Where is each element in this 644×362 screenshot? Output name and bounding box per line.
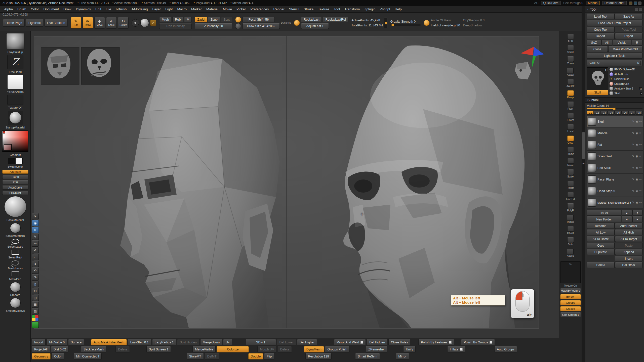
polypaint-icon[interactable]: [632, 178, 634, 181]
menu-item[interactable]: Texture: [316, 7, 331, 12]
view-toggle-button[interactable]: Qxyz: [567, 135, 574, 146]
select-rect-icon[interactable]: [12, 250, 19, 255]
menu-item[interactable]: Color: [29, 7, 41, 12]
move-mode-button[interactable]: ✚ Move: [94, 17, 105, 29]
view-tab[interactable]: V8: [636, 111, 642, 115]
mask-pen-icon[interactable]: [12, 271, 19, 276]
quick-tool-icon[interactable]: ▱: [32, 254, 39, 260]
quick-tool-icon[interactable]: ↷: [32, 274, 39, 281]
eye-icon[interactable]: [636, 131, 638, 135]
edit-icon[interactable]: [639, 166, 642, 169]
tray-button[interactable]: Uv: [223, 339, 232, 345]
tray-button[interactable]: Groups Polish: [325, 346, 350, 352]
replay-icon[interactable]: [294, 20, 300, 26]
subtool-thumbnail[interactable]: [588, 199, 596, 207]
edit-icon[interactable]: [639, 155, 642, 158]
menu-item[interactable]: Material: [204, 7, 221, 12]
view-toggle-button[interactable]: L.Sym: [567, 113, 574, 123]
quick-tool-icon[interactable]: ✎: [32, 234, 39, 240]
eye-icon[interactable]: [636, 178, 638, 181]
tray-button[interactable]: ProjectAll: [32, 346, 50, 352]
tray-button[interactable]: LazyRadius 1: [152, 339, 176, 345]
seethrough-label[interactable]: See-through 0: [563, 1, 583, 5]
active-tool-thumbnail[interactable]: 8 Skull: [587, 67, 608, 95]
tray-button[interactable]: Color: [52, 353, 64, 359]
view-toggle-button[interactable]: Floor: [567, 102, 574, 112]
points-vertical-slider[interactable]: [384, 18, 387, 28]
menu-item[interactable]: Marker: [189, 7, 204, 12]
subtool-row[interactable]: Edit Skull: [587, 162, 643, 174]
basic-material-thumbnail[interactable]: [4, 196, 26, 217]
tray-button[interactable]: Split Screen 1: [146, 346, 171, 352]
eye-icon[interactable]: [636, 120, 638, 123]
titlebar-icon[interactable]: [629, 2, 632, 5]
replay-last-rel-button[interactable]: ReplayLastRel: [323, 17, 348, 22]
eye-icon[interactable]: [636, 143, 638, 146]
camera-angle-icon[interactable]: [424, 20, 430, 26]
tray-button[interactable]: Unify: [403, 346, 415, 352]
quick-tool-icon[interactable]: ◉: [32, 220, 39, 226]
quick-tool-icon[interactable]: ▤: [32, 295, 39, 301]
titlebar-icon[interactable]: [634, 2, 637, 5]
collapse-handle-icon[interactable]: ◂▸: [582, 162, 585, 164]
zadd-button[interactable]: Zadd: [195, 17, 207, 22]
menu-item[interactable]: Brush: [15, 7, 28, 12]
secondary-color-swatch[interactable]: [16, 158, 23, 164]
tray-button[interactable]: SDiv 1: [246, 339, 276, 345]
subtool-action-button[interactable]: All To Home: [587, 236, 615, 242]
tray-button[interactable]: LazyStep 0.1: [128, 339, 151, 345]
view-tab[interactable]: V1: [587, 111, 594, 115]
alternate-button[interactable]: Alternate: [2, 170, 28, 174]
tool-panel-header[interactable]: Tool: [585, 6, 644, 13]
view-tab[interactable]: V3: [601, 111, 608, 115]
polypaint-icon[interactable]: [632, 131, 634, 135]
dynamic-draw-size-icon[interactable]: [235, 17, 241, 23]
view-toggle-button[interactable]: Scroll: [567, 45, 574, 56]
tool-button[interactable]: GoZ: [587, 40, 601, 46]
tray-button[interactable]: MidValue 0: [47, 339, 67, 345]
polypaint-icon[interactable]: [632, 166, 634, 169]
menu-item[interactable]: Help: [393, 7, 404, 12]
tray-button[interactable]: DynaMesh: [304, 346, 324, 352]
quick-tool-icon[interactable]: [32, 322, 39, 328]
deep-shadow-slider[interactable]: DeepShadow: [463, 24, 485, 27]
polypaint-icon[interactable]: [632, 189, 634, 193]
obj-shadow-slider[interactable]: ObjShadow 0.3: [463, 19, 485, 22]
view-toggle-button[interactable]: Solo: [567, 237, 574, 248]
menu-item[interactable]: Light: [163, 7, 175, 12]
subtool-row[interactable]: Merged_Skull-decimation2_5: [587, 197, 643, 208]
tray-button[interactable]: Delete: [278, 346, 292, 352]
m-button[interactable]: M: [184, 17, 192, 22]
brush-size-icon[interactable]: [235, 23, 241, 29]
view-toggle-button[interactable]: Actual: [567, 68, 574, 78]
field-of-view-slider[interactable]: Field of view(deg) 30: [431, 24, 460, 27]
quick-tool-icon[interactable]: ➤: [32, 227, 39, 233]
subtool-thumbnail[interactable]: [588, 187, 596, 195]
tray-button[interactable]: DelMT: [205, 353, 219, 359]
rgb-intensity-slider[interactable]: Rgb Intensity: [159, 23, 192, 29]
eye-icon[interactable]: [636, 201, 638, 204]
polypaint-icon[interactable]: [632, 201, 634, 204]
view-tab[interactable]: V6: [622, 111, 629, 115]
subtool-thumbnail[interactable]: [588, 141, 596, 149]
tool-button[interactable]: R: [632, 40, 642, 46]
tool-button[interactable]: Lightbox►Tools: [587, 53, 642, 59]
tray-button[interactable]: Dist 0.02: [51, 346, 68, 352]
view-toggle-button[interactable]: BPR: [567, 34, 574, 44]
menu-item[interactable]: Edit: [93, 7, 103, 12]
view-tab[interactable]: V7: [629, 111, 636, 115]
draw-mode-button[interactable]: ✏ Draw: [83, 17, 93, 29]
recent-tool[interactable]: SimpleBrush: [610, 77, 643, 81]
mrgb-button[interactable]: Mrgb: [159, 17, 171, 22]
menu-item[interactable]: Alpha: [2, 7, 15, 12]
polypaint-icon[interactable]: [632, 155, 634, 158]
view-tab[interactable]: V5: [615, 111, 622, 115]
edit-icon[interactable]: [639, 131, 642, 135]
view-toggle-button[interactable]: Local: [567, 124, 574, 135]
tray-button[interactable]: Smart ReSym: [355, 353, 380, 359]
subtool-action-button[interactable]: New Folder: [587, 216, 621, 222]
quick-tool-icon[interactable]: ✏: [32, 240, 39, 247]
view-toggle-button[interactable]: Persp: [567, 90, 574, 101]
tool-button[interactable]: Copy Tool: [587, 27, 615, 32]
gravity-slider[interactable]: [390, 24, 421, 26]
